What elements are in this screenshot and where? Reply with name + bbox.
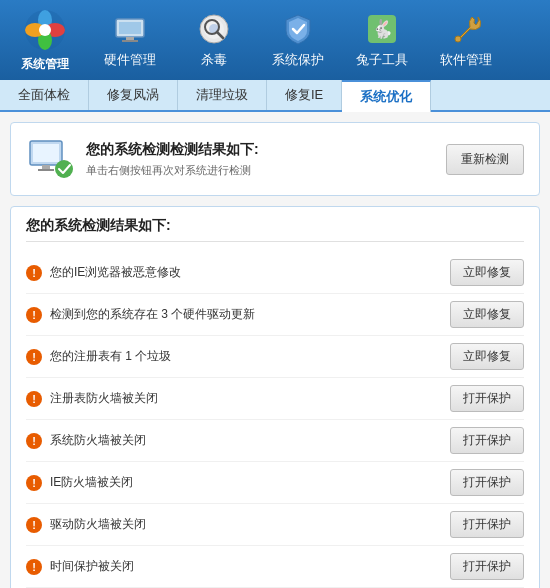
result-item: !IE防火墙被关闭打开保护: [26, 462, 524, 504]
computer-check-icon: [26, 135, 74, 183]
nav-item-rabbit[interactable]: 🐇 兔子工具: [342, 5, 422, 75]
warning-icon: !: [26, 475, 42, 491]
main-content: 您的系统检测检测结果如下: 单击右侧按钮再次对系统进行检测 重新检测 您的系统检…: [0, 112, 550, 588]
result-item: !注册表防火墙被关闭打开保护: [26, 378, 524, 420]
logo-text: 系统管理: [21, 56, 69, 73]
result-left: !IE防火墙被关闭: [26, 474, 133, 491]
result-left: !您的注册表有 1 个垃圾: [26, 348, 171, 365]
nav-item-shield[interactable]: 系统保护: [258, 5, 338, 75]
nav-item-rabbit-label: 兔子工具: [356, 51, 408, 69]
svg-rect-7: [119, 22, 141, 34]
summary-title: 您的系统检测检测结果如下:: [86, 141, 259, 159]
result-text: 驱动防火墙被关闭: [50, 516, 146, 533]
wrench-icon: [448, 11, 484, 47]
logo-icon: [23, 8, 67, 52]
protect-button[interactable]: 打开保护: [450, 553, 524, 580]
svg-rect-20: [42, 165, 50, 169]
nav-item-kill-label: 杀毒: [201, 51, 227, 69]
nav-item-hardware[interactable]: 硬件管理: [90, 5, 170, 75]
svg-point-22: [55, 160, 73, 178]
result-item: !时间保护被关闭打开保护: [26, 546, 524, 588]
result-item: !您的注册表有 1 个垃圾立即修复: [26, 336, 524, 378]
result-item: !您的IE浏览器被恶意修改立即修复: [26, 252, 524, 294]
fix-button[interactable]: 立即修复: [450, 301, 524, 328]
tab-repair-revert[interactable]: 修复凤涡: [89, 80, 178, 110]
result-item: !系统防火墙被关闭打开保护: [26, 420, 524, 462]
result-left: !检测到您的系统存在 3 个硬件驱动更新: [26, 306, 255, 323]
nav-item-shield-label: 系统保护: [272, 51, 324, 69]
fix-button[interactable]: 立即修复: [450, 343, 524, 370]
protect-button[interactable]: 打开保护: [450, 511, 524, 538]
protect-button[interactable]: 打开保护: [450, 385, 524, 412]
nav-item-kill[interactable]: 杀毒: [174, 5, 254, 75]
warning-icon: !: [26, 307, 42, 323]
tab-optimize[interactable]: 系统优化: [342, 80, 431, 112]
tab-repair-ie[interactable]: 修复IE: [267, 80, 342, 110]
results-section: 您的系统检测结果如下: !您的IE浏览器被恶意修改立即修复!检测到您的系统存在 …: [10, 206, 540, 588]
rabbit-icon: 🐇: [364, 11, 400, 47]
result-text: 注册表防火墙被关闭: [50, 390, 158, 407]
logo-area: 系统管理: [10, 8, 80, 73]
result-item: !驱动防火墙被关闭打开保护: [26, 504, 524, 546]
result-text: 检测到您的系统存在 3 个硬件驱动更新: [50, 306, 255, 323]
result-left: !您的IE浏览器被恶意修改: [26, 264, 181, 281]
nav-items: 硬件管理 杀毒 系统保护: [90, 5, 540, 75]
result-item: !检测到您的系统存在 3 个硬件驱动更新立即修复: [26, 294, 524, 336]
results-list: !您的IE浏览器被恶意修改立即修复!检测到您的系统存在 3 个硬件驱动更新立即修…: [26, 252, 524, 588]
hardware-icon: [112, 11, 148, 47]
recheck-button[interactable]: 重新检测: [446, 144, 524, 175]
shield-icon: [280, 11, 316, 47]
summary-box: 您的系统检测检测结果如下: 单击右侧按钮再次对系统进行检测 重新检测: [10, 122, 540, 196]
protect-button[interactable]: 打开保护: [450, 427, 524, 454]
svg-rect-21: [38, 169, 54, 171]
summary-text-area: 您的系统检测检测结果如下: 单击右侧按钮再次对系统进行检测: [86, 141, 259, 178]
result-text: 您的注册表有 1 个垃圾: [50, 348, 171, 365]
nav-item-software[interactable]: 软件管理: [426, 5, 506, 75]
result-left: !时间保护被关闭: [26, 558, 134, 575]
svg-rect-9: [122, 40, 138, 42]
svg-text:🐇: 🐇: [371, 18, 394, 40]
result-text: 时间保护被关闭: [50, 558, 134, 575]
fix-button[interactable]: 立即修复: [450, 259, 524, 286]
summary-subtitle: 单击右侧按钮再次对系统进行检测: [86, 163, 259, 178]
result-left: !系统防火墙被关闭: [26, 432, 146, 449]
tab-bar: 全面体检 修复凤涡 清理垃圾 修复IE 系统优化: [0, 80, 550, 112]
kill-icon: [196, 11, 232, 47]
summary-left: 您的系统检测检测结果如下: 单击右侧按钮再次对系统进行检测: [26, 135, 259, 183]
results-title: 您的系统检测结果如下:: [26, 217, 524, 242]
warning-icon: !: [26, 391, 42, 407]
svg-point-17: [455, 36, 461, 42]
result-text: IE防火墙被关闭: [50, 474, 133, 491]
nav-item-software-label: 软件管理: [440, 51, 492, 69]
warning-icon: !: [26, 349, 42, 365]
result-left: !驱动防火墙被关闭: [26, 516, 146, 533]
protect-button[interactable]: 打开保护: [450, 469, 524, 496]
svg-point-5: [39, 24, 51, 36]
nav-item-hardware-label: 硬件管理: [104, 51, 156, 69]
warning-icon: !: [26, 433, 42, 449]
warning-icon: !: [26, 265, 42, 281]
result-text: 系统防火墙被关闭: [50, 432, 146, 449]
warning-icon: !: [26, 559, 42, 575]
warning-icon: !: [26, 517, 42, 533]
tab-checkup[interactable]: 全面体检: [0, 80, 89, 110]
result-text: 您的IE浏览器被恶意修改: [50, 264, 181, 281]
svg-rect-8: [126, 37, 134, 40]
tab-clean-junk[interactable]: 清理垃圾: [178, 80, 267, 110]
result-left: !注册表防火墙被关闭: [26, 390, 158, 407]
svg-rect-19: [33, 144, 59, 162]
top-bar: 系统管理 硬件管理 杀毒: [0, 0, 550, 80]
